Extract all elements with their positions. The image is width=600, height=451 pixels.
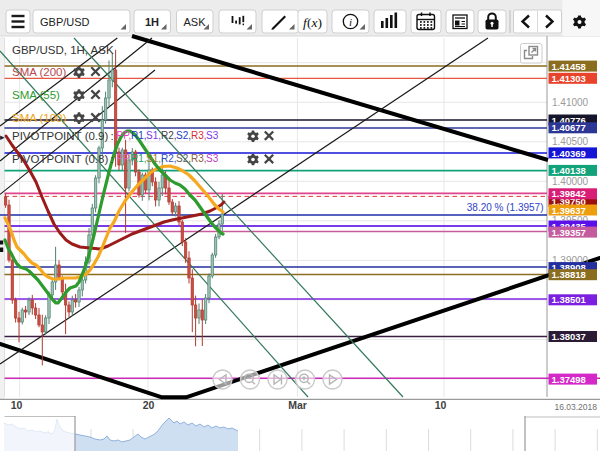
- svg-text::: :: [111, 130, 114, 142]
- svg-text:1.40000: 1.40000: [552, 176, 589, 187]
- svg-text:S2,: S2,: [176, 130, 191, 141]
- svg-text:1.38501: 1.38501: [552, 294, 587, 305]
- svg-text:1.41458: 1.41458: [552, 61, 586, 72]
- svg-text:R2,: R2,: [161, 130, 177, 141]
- svg-text:S1,: S1,: [146, 153, 161, 164]
- svg-text:1.41303: 1.41303: [552, 73, 586, 84]
- svg-text:R1,: R1,: [131, 130, 147, 141]
- svg-text:f(x): f(x): [303, 15, 322, 30]
- svg-text:S2,: S2,: [176, 153, 191, 164]
- svg-text:16.03.2018: 16.03.2018: [554, 402, 597, 412]
- svg-text:▸: ▸: [0, 132, 5, 142]
- svg-text::: :: [111, 153, 114, 165]
- svg-text:1.39637: 1.39637: [552, 205, 586, 216]
- svg-text:1.38037: 1.38037: [552, 331, 586, 342]
- svg-text:1.40138: 1.40138: [552, 165, 586, 176]
- svg-text:PP,: PP,: [117, 153, 132, 164]
- svg-text:SMA (200): SMA (200): [12, 66, 66, 78]
- svg-text:1.37498: 1.37498: [552, 374, 586, 385]
- svg-text:1.40500: 1.40500: [552, 136, 589, 147]
- svg-text:1.39842: 1.39842: [552, 188, 586, 199]
- svg-text:PP,: PP,: [117, 130, 132, 141]
- svg-text:SMA (100): SMA (100): [12, 112, 66, 124]
- svg-text:20: 20: [143, 399, 155, 411]
- svg-text:1.40369: 1.40369: [552, 148, 586, 159]
- svg-text:1H: 1H: [145, 16, 159, 28]
- svg-text:Mar: Mar: [288, 399, 307, 411]
- svg-text:10: 10: [11, 399, 23, 411]
- svg-text:1.41000: 1.41000: [552, 97, 589, 108]
- svg-text:10: 10: [435, 399, 447, 411]
- svg-text:GBP/USD, 1H, ASK: GBP/USD, 1H, ASK: [12, 44, 114, 56]
- svg-text:S1,: S1,: [146, 130, 161, 141]
- svg-text:GBP/USD: GBP/USD: [40, 16, 90, 28]
- svg-text:PIVOTPOINT (0.9): PIVOTPOINT (0.9): [12, 130, 108, 142]
- svg-text:S3: S3: [206, 130, 219, 141]
- svg-text:ASK: ASK: [183, 16, 206, 28]
- svg-text:R3,: R3,: [191, 153, 207, 164]
- svg-text:R2,: R2,: [161, 153, 177, 164]
- svg-text:S3: S3: [206, 153, 219, 164]
- svg-text:R1,: R1,: [131, 153, 147, 164]
- svg-text:PIVOTPOINT (0.8): PIVOTPOINT (0.8): [12, 153, 108, 165]
- svg-text:1.38818: 1.38818: [552, 269, 586, 280]
- svg-text:1.39357: 1.39357: [552, 227, 586, 238]
- svg-text:38.20 % (1.3957): 38.20 % (1.3957): [467, 202, 544, 213]
- svg-text:SMA (55): SMA (55): [12, 89, 60, 101]
- svg-text:i: i: [349, 16, 352, 28]
- svg-text:R3,: R3,: [191, 130, 207, 141]
- svg-text:1.40677: 1.40677: [552, 122, 586, 133]
